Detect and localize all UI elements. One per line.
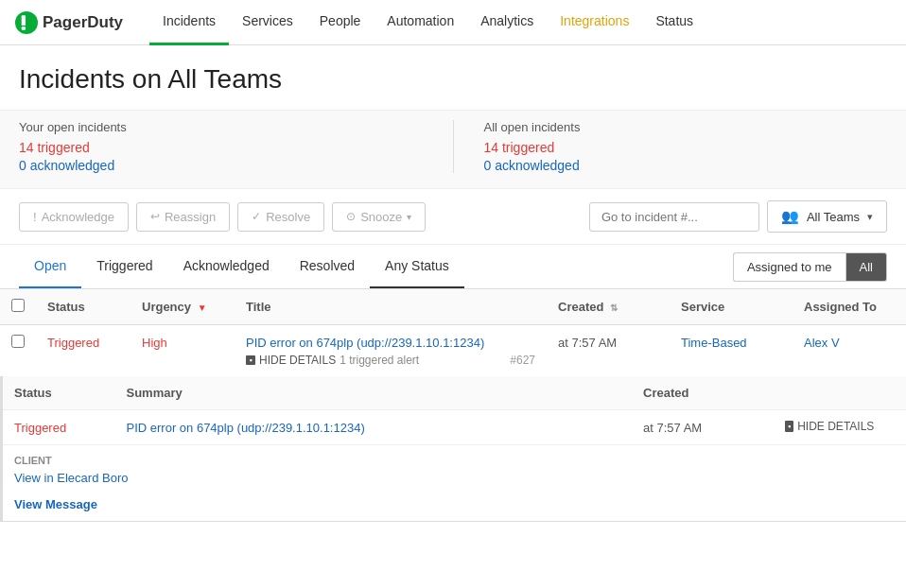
exp-hide-details-button[interactable]: ▪ HIDE DETAILS (785, 420, 874, 433)
nav-link-integrations[interactable]: Integrations (547, 0, 642, 45)
all-incidents-acknowledged[interactable]: 0 acknowledged (484, 158, 888, 173)
incident-assigned-link[interactable]: Alex V (804, 336, 840, 350)
th-created[interactable]: Created ⇅ (547, 289, 670, 325)
nav-links: Incidents Services People Automation Ana… (149, 0, 706, 45)
expanded-details-cell: Status Summary Created Triggered (0, 376, 906, 522)
exp-status-cell: Triggered (2, 410, 115, 445)
resolve-button[interactable]: ✓ Resolve (237, 202, 324, 232)
exp-details-icon: ▪ (785, 421, 793, 432)
incidents-table: Status Urgency ▼ Title Created ⇅ Service… (0, 289, 906, 522)
tab-triggered[interactable]: Triggered (81, 245, 167, 288)
view-message-row: View Message (2, 494, 907, 521)
all-incidents-label: All open incidents (484, 120, 888, 134)
svg-rect-2 (22, 26, 26, 29)
incident-assigned-cell: Alex V (793, 325, 906, 377)
teams-dropdown[interactable]: 👥 All Teams ▾ (767, 200, 887, 233)
stats-bar: Your open incidents 14 triggered 0 ackno… (0, 110, 906, 189)
all-teams-label: All Teams (807, 210, 860, 224)
exp-status: Triggered (14, 421, 66, 435)
page-title: Incidents on All Teams (19, 64, 887, 95)
incident-urgency: High (142, 336, 167, 350)
incident-service-link[interactable]: Time-Based (681, 336, 747, 350)
snooze-chevron-icon: ▾ (407, 212, 411, 222)
incident-title-link[interactable]: PID error on 674plp (udp://239.1.10.1:12… (246, 336, 484, 350)
th-checkbox (0, 289, 36, 325)
th-service: Service (670, 289, 793, 325)
created-label: Created (558, 300, 603, 314)
logo-icon (15, 11, 38, 34)
reassign-icon: ↩ (150, 210, 160, 223)
tab-resolved[interactable]: Resolved (285, 245, 370, 288)
tab-any-status[interactable]: Any Status (370, 245, 464, 288)
snooze-button[interactable]: ⊙ Snooze ▾ (332, 202, 426, 232)
urgency-filter-icon: ▼ (198, 303, 207, 313)
created-sort-icon: ⇅ (610, 303, 618, 313)
logo-text: PagerDuty (43, 13, 123, 32)
exp-summary-link[interactable]: PID error on 674plp (udp://239.1.10.1:12… (127, 421, 365, 435)
exp-summary-cell: PID error on 674plp (udp://239.1.10.1:12… (115, 410, 633, 445)
tab-open[interactable]: Open (19, 245, 81, 288)
exp-th-status: Status (2, 376, 115, 410)
tab-acknowledged[interactable]: Acknowledged (168, 245, 285, 288)
exp-time-cell: at 7:57 AM (632, 410, 774, 445)
nav-link-automation[interactable]: Automation (374, 0, 467, 45)
incident-number: #627 (510, 354, 535, 367)
alert-count: 1 triggered alert (340, 354, 419, 367)
table-header-row: Status Urgency ▼ Title Created ⇅ Service… (0, 289, 906, 325)
page-header: Incidents on All Teams (0, 45, 906, 110)
nav-link-status[interactable]: Status (642, 0, 706, 45)
exp-th-summary: Summary (115, 376, 633, 410)
exp-th-created: Created (632, 376, 774, 410)
teams-icon: 👥 (781, 208, 799, 225)
all-filter-button[interactable]: All (845, 252, 887, 282)
filter-buttons: Assigned to me All (733, 252, 887, 282)
navbar: PagerDuty Incidents Services People Auto… (0, 0, 906, 45)
incident-urgency-cell: High (131, 325, 235, 377)
client-view-link[interactable]: View in Elecard Boro (14, 471, 128, 485)
select-all-checkbox[interactable] (11, 299, 25, 312)
expanded-sub-row: Triggered PID error on 674plp (udp://239… (2, 410, 907, 445)
all-incidents-section: All open incidents 14 triggered 0 acknow… (484, 120, 888, 173)
svg-rect-1 (22, 15, 26, 26)
incident-checkbox-cell (0, 325, 36, 377)
th-status: Status (36, 289, 131, 325)
hide-details-button[interactable]: ▪ HIDE DETAILS 1 triggered alert (246, 354, 419, 367)
your-incidents-section: Your open incidents 14 triggered 0 ackno… (19, 120, 423, 173)
incident-checkbox[interactable] (11, 335, 25, 348)
incidents-table-container: Status Urgency ▼ Title Created ⇅ Service… (0, 289, 906, 522)
th-urgency[interactable]: Urgency ▼ (131, 289, 235, 325)
client-row: CLIENT View in Elecard Boro (2, 445, 907, 495)
reassign-button[interactable]: ↩ Reassign (136, 202, 230, 232)
reassign-label: Reassign (165, 210, 216, 224)
th-assigned-to: Assigned To (793, 289, 906, 325)
nav-link-analytics[interactable]: Analytics (467, 0, 547, 45)
nav-link-incidents[interactable]: Incidents (149, 0, 229, 45)
resolve-label: Resolve (266, 210, 310, 224)
tabs-row: Open Triggered Acknowledged Resolved Any… (0, 245, 906, 289)
snooze-label: Snooze (360, 210, 402, 224)
logo[interactable]: PagerDuty (15, 11, 123, 34)
assigned-to-me-button[interactable]: Assigned to me (733, 252, 845, 282)
nav-link-services[interactable]: Services (229, 0, 306, 45)
your-incidents-acknowledged[interactable]: 0 acknowledged (19, 158, 423, 173)
client-cell: CLIENT View in Elecard Boro (2, 445, 907, 495)
view-message-link[interactable]: View Message (14, 497, 97, 511)
teams-chevron-icon: ▾ (867, 211, 873, 223)
incident-row: Triggered High PID error on 674plp (udp:… (0, 325, 906, 377)
view-message-cell: View Message (2, 494, 907, 521)
acknowledge-button[interactable]: ! Acknowledge (19, 202, 129, 232)
go-to-incident-input[interactable] (589, 202, 759, 232)
hide-details-label: HIDE DETAILS (259, 354, 336, 367)
toolbar: ! Acknowledge ↩ Reassign ✓ Resolve ⊙ Sno… (0, 189, 906, 245)
exp-action-cell: ▪ HIDE DETAILS (774, 410, 906, 445)
expanded-inner-table: Status Summary Created Triggered (0, 376, 906, 521)
exp-time: at 7:57 AM (643, 421, 702, 435)
all-incidents-triggered[interactable]: 14 triggered (484, 140, 888, 155)
incident-time: at 7:57 AM (558, 336, 617, 350)
your-incidents-triggered[interactable]: 14 triggered (19, 140, 423, 155)
exp-hide-details-label: HIDE DETAILS (797, 420, 874, 433)
acknowledge-icon: ! (33, 210, 37, 224)
nav-link-people[interactable]: People (306, 0, 375, 45)
incident-title-cell: PID error on 674plp (udp://239.1.10.1:12… (235, 325, 547, 377)
acknowledge-label: Acknowledge (42, 210, 114, 224)
